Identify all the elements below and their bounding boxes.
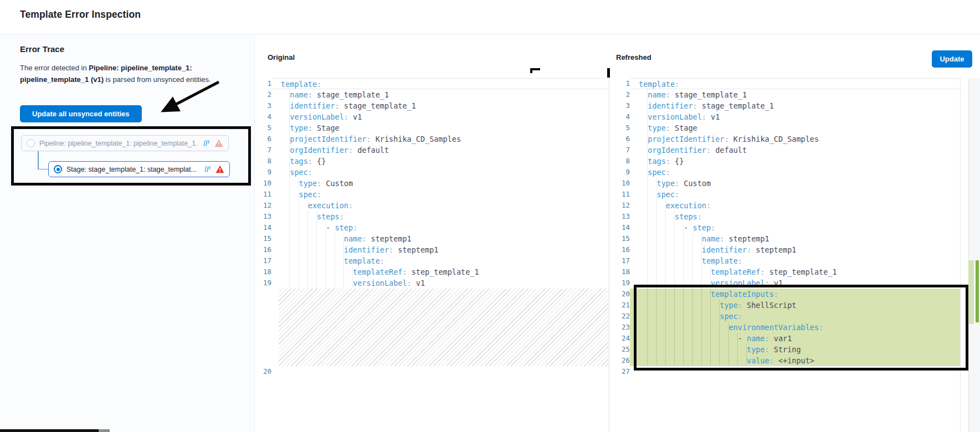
line-number: 5 bbox=[609, 122, 630, 133]
line-number: 6 bbox=[609, 133, 630, 145]
code-line: 4versionLabel: v1 bbox=[255, 111, 608, 122]
code-token bbox=[281, 211, 317, 222]
overview-ruler[interactable] bbox=[968, 78, 980, 432]
code-token: String bbox=[769, 345, 801, 354]
code-token: orgIdentifier bbox=[648, 146, 706, 155]
code-token: versionLabel: v1 bbox=[630, 111, 960, 122]
code-token: type bbox=[720, 301, 738, 310]
tree-item-pipeline[interactable]: Pipeline: pipeline_template_1: pipeline_… bbox=[21, 135, 229, 151]
original-yaml-editor[interactable]: 1template:2name: stage_template_13identi… bbox=[255, 78, 608, 377]
code-token: name bbox=[344, 234, 362, 243]
code-token bbox=[281, 122, 290, 133]
code-line: 27 bbox=[609, 366, 960, 377]
code-token: steptemp1 bbox=[366, 234, 411, 243]
tree-connector-line bbox=[38, 151, 39, 169]
code-token bbox=[639, 222, 684, 233]
code-token: identifier bbox=[344, 245, 389, 254]
code-token: - step: bbox=[271, 222, 608, 233]
code-token: versionLabel bbox=[353, 279, 407, 287]
code-token: type bbox=[747, 345, 765, 354]
code-token: v1 bbox=[706, 112, 720, 121]
code-token: steps: bbox=[630, 211, 960, 222]
code-line: 24- name: var1 bbox=[609, 333, 960, 344]
code-token bbox=[281, 222, 326, 233]
code-token: spec: bbox=[630, 167, 960, 178]
code-token: : bbox=[765, 334, 769, 343]
line-number: 3 bbox=[609, 100, 630, 111]
line-number: 18 bbox=[609, 266, 630, 277]
code-token: - bbox=[684, 223, 692, 232]
line-number: 8 bbox=[609, 156, 630, 167]
code-token: {} bbox=[312, 157, 326, 166]
code-token: versionLabel: v1 bbox=[630, 277, 960, 289]
code-token: : bbox=[348, 201, 353, 210]
code-token bbox=[281, 100, 290, 111]
update-button[interactable]: Update bbox=[932, 50, 972, 68]
code-token: identifier bbox=[702, 245, 747, 254]
code-token: versionLabel bbox=[711, 279, 765, 287]
code-line: 15name: steptemp1 bbox=[255, 233, 608, 244]
line-number: 1 bbox=[255, 78, 271, 89]
code-token: : bbox=[317, 80, 321, 89]
line-number: 1 bbox=[609, 78, 630, 89]
line-number: 13 bbox=[255, 211, 271, 222]
code-token: : bbox=[765, 345, 769, 354]
code-token: : bbox=[666, 90, 670, 99]
code-token: templateInputs bbox=[711, 290, 774, 299]
code-token: templateRef bbox=[353, 268, 402, 276]
code-token bbox=[281, 133, 290, 145]
code-token bbox=[630, 366, 960, 377]
stage-item-label: Stage: stage_template_1: stage_templat..… bbox=[66, 166, 199, 173]
code-token: tags bbox=[290, 157, 308, 166]
radio-selected-icon[interactable] bbox=[54, 165, 62, 173]
code-token: Custom bbox=[321, 179, 353, 188]
code-token: steptemp1 bbox=[393, 245, 438, 254]
code-token: orgIdentifier: default bbox=[271, 145, 608, 156]
code-token: : bbox=[389, 245, 393, 254]
refreshed-yaml-editor[interactable]: 1template:2name: stage_template_13identi… bbox=[609, 78, 960, 377]
code-token bbox=[281, 255, 344, 266]
code-token: step_template_1 bbox=[765, 268, 837, 276]
code-token: : bbox=[738, 256, 742, 265]
editor-sash-divider[interactable] bbox=[609, 75, 609, 432]
code-token bbox=[639, 156, 648, 167]
tree-item-stage[interactable]: Stage: stage_template_1: stage_templat..… bbox=[48, 161, 230, 177]
code-line: 6projectIdentifier: Krishika_CD_Samples bbox=[609, 133, 960, 145]
line-number: 15 bbox=[609, 233, 630, 244]
code-token: : bbox=[308, 157, 312, 166]
code-token: orgIdentifier bbox=[290, 146, 348, 155]
code-line: 17template: bbox=[609, 255, 960, 266]
line-number: 10 bbox=[255, 178, 271, 189]
code-line: 10type: Custom bbox=[255, 178, 608, 189]
line-number: 20 bbox=[609, 289, 630, 300]
code-token: templateRef: step_template_1 bbox=[630, 266, 960, 277]
code-token: : bbox=[344, 112, 348, 121]
code-line: 18templateRef: step_template_1 bbox=[609, 266, 960, 277]
code-token: : bbox=[666, 124, 670, 132]
code-token: step bbox=[693, 223, 711, 232]
horizontal-scrollbar-track[interactable] bbox=[99, 429, 110, 432]
code-token: projectIdentifier bbox=[290, 135, 366, 143]
code-token: template bbox=[639, 80, 675, 89]
code-token: value bbox=[747, 356, 769, 365]
line-number: 13 bbox=[609, 211, 630, 222]
code-line: 12execution: bbox=[255, 200, 608, 211]
line-number: 17 bbox=[255, 255, 271, 266]
code-token: : bbox=[738, 312, 742, 321]
refreshed-editor-right-border bbox=[960, 78, 961, 432]
code-line: 23environmentVariables: bbox=[609, 322, 960, 333]
horizontal-scrollbar-thumb[interactable] bbox=[0, 429, 99, 432]
error-trace-heading: Error Trace bbox=[20, 44, 64, 54]
radio-unselected-icon[interactable] bbox=[27, 139, 35, 147]
code-token: templateRef: step_template_1 bbox=[271, 266, 608, 277]
code-token bbox=[281, 189, 299, 200]
sash-handle[interactable] bbox=[607, 68, 610, 78]
code-token: tags bbox=[648, 157, 666, 166]
code-token: Krishika_CD_Samples bbox=[371, 135, 461, 143]
update-all-unsynced-button[interactable]: Update all unsynced entities bbox=[20, 105, 142, 122]
code-token: step_template_1 bbox=[407, 268, 479, 276]
code-token: - bbox=[326, 223, 335, 232]
code-token bbox=[639, 300, 720, 311]
page-header: Template Error Inspection bbox=[0, 0, 980, 34]
code-line: 17template: bbox=[255, 255, 608, 266]
